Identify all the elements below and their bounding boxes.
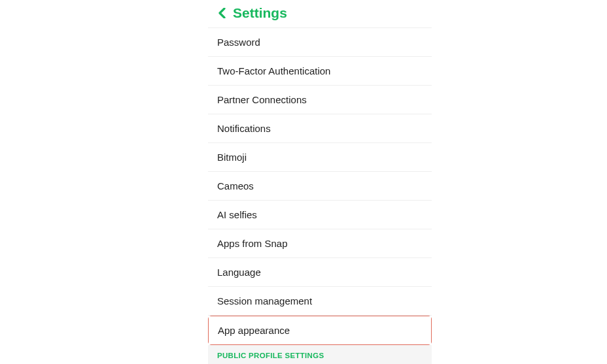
settings-header: Settings [208, 0, 432, 28]
settings-item-ai-selfies[interactable]: AI selfies [208, 201, 432, 229]
settings-item-label: Cameos [217, 180, 254, 191]
page-title: Settings [233, 5, 287, 21]
settings-item-session-management[interactable]: Session management [208, 287, 432, 316]
settings-item-cameos[interactable]: Cameos [208, 172, 432, 201]
section-header-label: PUBLIC PROFILE SETTINGS [217, 352, 324, 359]
settings-item-notifications[interactable]: Notifications [208, 114, 432, 143]
settings-item-two-factor[interactable]: Two-Factor Authentication [208, 57, 432, 86]
settings-item-label: Session management [217, 295, 312, 306]
settings-item-label: Bitmoji [217, 152, 247, 163]
settings-item-partner-connections[interactable]: Partner Connections [208, 86, 432, 114]
back-icon[interactable] [217, 7, 226, 19]
settings-item-label: App appearance [218, 325, 290, 336]
settings-item-label: Partner Connections [217, 94, 307, 105]
settings-item-bitmoji[interactable]: Bitmoji [208, 143, 432, 172]
settings-item-language[interactable]: Language [208, 258, 432, 287]
settings-item-password[interactable]: Password [208, 28, 432, 57]
settings-panel: Settings Password Two-Factor Authenticat… [208, 0, 432, 364]
highlighted-setting: App appearance [208, 316, 432, 345]
settings-item-label: Notifications [217, 123, 271, 134]
settings-item-label: Apps from Snap [217, 238, 288, 249]
settings-item-label: Password [217, 37, 260, 48]
settings-item-app-appearance[interactable]: App appearance [209, 316, 431, 344]
settings-item-label: Language [217, 267, 261, 278]
settings-list: Password Two-Factor Authentication Partn… [208, 28, 432, 364]
section-header-public-profile: PUBLIC PROFILE SETTINGS [208, 345, 432, 364]
settings-item-apps-from-snap[interactable]: Apps from Snap [208, 229, 432, 258]
settings-item-label: AI selfies [217, 209, 257, 220]
settings-item-label: Two-Factor Authentication [217, 65, 330, 76]
